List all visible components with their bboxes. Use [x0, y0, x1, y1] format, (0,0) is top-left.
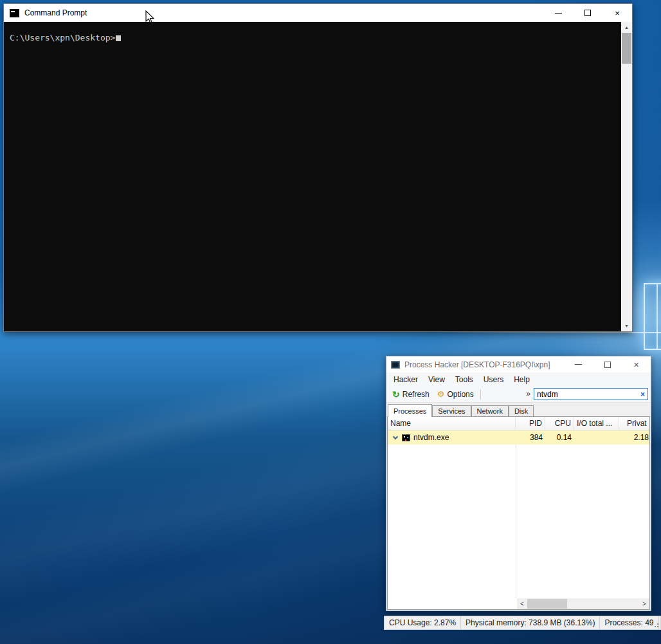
options-button[interactable]: ⚙ Options: [433, 389, 478, 400]
menu-hacker[interactable]: Hacker: [388, 374, 423, 385]
process-list-empty-area: < >: [388, 445, 649, 609]
cmd-vertical-scrollbar[interactable]: ▲ ▼: [621, 22, 632, 331]
cmd-icon: [10, 9, 19, 17]
minimize-icon: [575, 364, 582, 365]
cmd-titlebar[interactable]: Command Prompt ×: [4, 4, 632, 22]
process-search-input[interactable]: [534, 390, 638, 399]
process-row-ntvdm[interactable]: ntvdm.exe 384 0.14 2.18: [388, 430, 649, 445]
windows-logo-pane-divider: [656, 284, 658, 349]
scroll-down-icon[interactable]: ▼: [621, 320, 632, 331]
close-icon: ×: [633, 360, 638, 369]
column-header-name[interactable]: Name: [388, 417, 516, 430]
statusbar-cpu-usage: CPU Usage: 2.87%: [385, 616, 461, 629]
ph-close-button[interactable]: ×: [622, 356, 651, 373]
menu-tools[interactable]: Tools: [450, 374, 478, 385]
scroll-left-icon[interactable]: <: [517, 598, 527, 609]
refresh-button[interactable]: ↻ Refresh: [388, 389, 433, 400]
process-hacker-window-title: Process Hacker [DESKTOP-F316PQI\xpn]: [404, 360, 550, 369]
cmd-console[interactable]: C:\Users\xpn\Desktop> ▲ ▼: [4, 22, 632, 331]
process-list: Name PID CPU I/O total ... Privat ntvdm.…: [387, 416, 650, 610]
process-hacker-toolbar: ↻ Refresh ⚙ Options » ×: [386, 386, 651, 403]
minimize-icon: [555, 13, 562, 14]
cmd-text-cursor: [116, 35, 121, 41]
wallpaper-light-band: [433, 332, 661, 333]
windows-logo-glow: [644, 283, 661, 350]
process-list-horizontal-scrollbar[interactable]: < >: [517, 598, 649, 609]
process-hacker-menubar: Hacker View Tools Users Help: [386, 373, 651, 386]
statusbar-physical-memory: Physical memory: 738.9 MB (36.13%): [461, 616, 600, 629]
tab-network[interactable]: Network: [471, 405, 509, 416]
toolbar-overflow-chevron-icon[interactable]: »: [526, 389, 534, 400]
ph-maximize-button[interactable]: [593, 356, 622, 373]
column-header-pid[interactable]: PID: [516, 417, 545, 430]
ph-minimize-button[interactable]: [564, 356, 593, 373]
close-icon: ×: [615, 9, 620, 17]
menu-users[interactable]: Users: [478, 374, 509, 385]
process-list-header: Name PID CPU I/O total ... Privat: [388, 417, 649, 430]
cmd-prompt-line: C:\Users\xpn\Desktop>: [10, 33, 121, 42]
maximize-icon: [604, 362, 611, 368]
process-name: ntvdm.exe: [413, 433, 449, 442]
refresh-icon: ↻: [392, 390, 400, 399]
process-cpu-cell: 0.14: [545, 430, 574, 445]
cmd-maximize-button[interactable]: [573, 4, 602, 22]
cmd-prompt-text: C:\Users\xpn\Desktop>: [10, 33, 115, 42]
horizontal-scrollbar-thumb[interactable]: [527, 599, 567, 609]
column-header-private[interactable]: Privat: [619, 417, 649, 430]
process-io-cell: [574, 430, 619, 445]
toolbar-separator: [480, 389, 481, 400]
statusbar-process-count: Processes: 49: [600, 616, 658, 629]
process-hacker-statusbar: CPU Usage: 2.87% Physical memory: 738.9 …: [384, 616, 661, 630]
process-hacker-tabs: Processes Services Network Disk: [386, 403, 651, 416]
cmd-window-title: Command Prompt: [24, 8, 87, 17]
column-header-cpu[interactable]: CPU: [545, 417, 574, 430]
column-grid-line: [516, 445, 516, 598]
refresh-button-label: Refresh: [403, 390, 430, 399]
tab-processes[interactable]: Processes: [388, 404, 432, 417]
clear-search-icon[interactable]: ×: [638, 391, 647, 398]
menu-view[interactable]: View: [423, 374, 450, 385]
process-hacker-window-controls: ×: [564, 356, 651, 373]
tab-disk[interactable]: Disk: [509, 405, 534, 416]
column-header-io-total[interactable]: I/O total ...: [574, 417, 619, 430]
menu-help[interactable]: Help: [509, 374, 535, 385]
process-search-box: ×: [534, 388, 648, 400]
cmd-scrollbar-thumb[interactable]: [622, 33, 631, 64]
ntvdm-process-icon: [402, 434, 410, 441]
cmd-window-controls: ×: [543, 4, 632, 22]
command-prompt-window: Command Prompt × C:\Users\xpn\Desktop> ▲…: [3, 3, 633, 332]
cmd-close-button[interactable]: ×: [602, 4, 632, 22]
cmd-minimize-button[interactable]: [543, 4, 573, 22]
scroll-right-icon[interactable]: >: [639, 598, 649, 609]
maximize-icon: [584, 10, 591, 16]
process-hacker-window: Process Hacker [DESKTOP-F316PQI\xpn] × H…: [386, 356, 651, 611]
gear-icon: ⚙: [437, 390, 445, 398]
process-name-cell: ntvdm.exe: [388, 430, 516, 445]
chevron-down-icon[interactable]: [393, 434, 398, 439]
statusbar-filler: [659, 616, 660, 629]
process-hacker-titlebar[interactable]: Process Hacker [DESKTOP-F316PQI\xpn] ×: [386, 356, 651, 373]
options-button-label: Options: [447, 390, 473, 399]
tab-services[interactable]: Services: [432, 405, 471, 416]
process-private-bytes-cell: 2.18: [619, 430, 649, 445]
resize-grip[interactable]: [653, 621, 659, 628]
mouse-cursor: [145, 10, 156, 24]
scroll-up-icon[interactable]: ▲: [621, 22, 632, 33]
process-hacker-icon: [391, 361, 400, 369]
process-pid-cell: 384: [516, 430, 545, 445]
